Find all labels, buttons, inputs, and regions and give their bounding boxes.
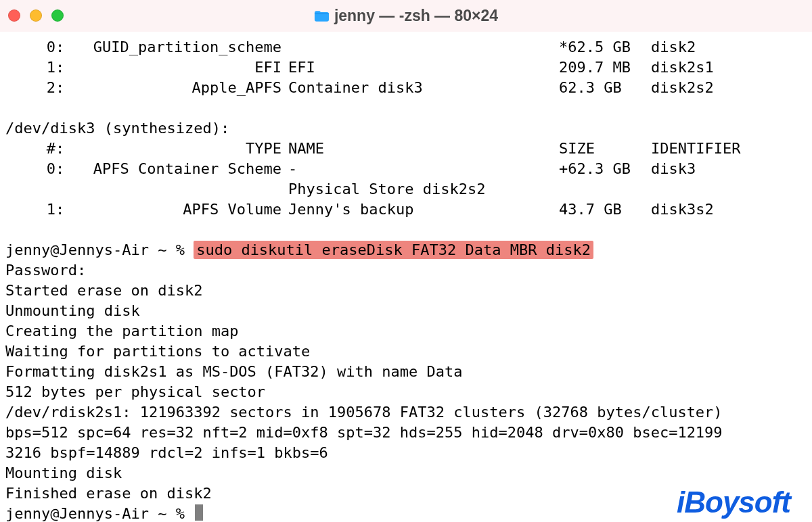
cell-idx: 0 — [5, 37, 55, 57]
cell-id: disk3 — [651, 159, 696, 179]
table-header-row: #: TYPE NAME SIZE IDENTIFIER — [5, 139, 807, 159]
table-row: 1:APFS VolumeJenny's backup43.7 GBdisk3s… — [5, 199, 807, 220]
folder-icon — [314, 10, 329, 22]
output-line: Formatting disk2s1 as MS-DOS (FAT32) wit… — [5, 362, 807, 382]
window-titlebar: jenny — -zsh — 80×24 — [0, 0, 812, 32]
window-title-text: jenny — -zsh — 80×24 — [334, 5, 498, 26]
output-line: Password: — [5, 260, 807, 281]
cell-size: +62.3 GB — [559, 159, 651, 179]
cell-size: 62.3 GB — [559, 78, 651, 98]
cell-id: disk2s1 — [651, 57, 714, 78]
table-row: 2:Apple_APFSContainer disk362.3 GBdisk2s… — [5, 78, 807, 98]
cell-type: APFS Container Scheme — [65, 159, 288, 179]
cell-colon: : — [55, 78, 65, 98]
disk3-header: /dev/disk3 (synthesized): — [5, 118, 807, 139]
output-line: 3216 bspf=14889 rdcl=2 infs=1 bkbs=6 — [5, 443, 807, 463]
cell-idx: 1 — [5, 57, 55, 78]
cell-colon — [55, 179, 65, 199]
cell-type: APFS Volume — [65, 199, 288, 220]
highlighted-command: sudo diskutil eraseDisk FAT32 Data MBR d… — [194, 241, 593, 259]
cell-name: Container disk3 — [288, 78, 559, 98]
output-line: Creating the partition map — [5, 321, 807, 341]
cell-name: EFI — [288, 57, 559, 78]
cell-idx: 2 — [5, 78, 55, 98]
table-row: Physical Store disk2s2 — [5, 179, 807, 199]
terminal-area[interactable]: 0:GUID_partition_scheme*62.5 GBdisk21:EF… — [0, 32, 812, 522]
cell-name: - — [288, 159, 559, 179]
cell-id: disk2 — [651, 37, 696, 57]
blank-line — [5, 98, 807, 118]
cell-colon: : — [55, 57, 65, 78]
window-title: jenny — -zsh — 80×24 — [0, 5, 812, 26]
cell-colon: : — [55, 159, 65, 179]
col-id: IDENTIFIER — [651, 139, 740, 159]
output-line: Started erase on disk2 — [5, 281, 807, 301]
cell-idx — [5, 179, 55, 199]
maximize-button[interactable] — [51, 9, 64, 22]
output-line: /dev/rdisk2s1: 121963392 sectors in 1905… — [5, 402, 807, 423]
cell-name — [288, 37, 559, 57]
col-type: TYPE — [65, 139, 288, 159]
col-size: SIZE — [559, 139, 651, 159]
cell-name: Physical Store disk2s2 — [288, 179, 559, 199]
cell-colon: : — [55, 199, 65, 220]
prompt: jenny@Jennys-Air ~ % — [5, 505, 194, 522]
col-num: # — [5, 139, 55, 159]
col-name: NAME — [288, 139, 559, 159]
cell-type: Apple_APFS — [65, 78, 288, 98]
output-line: bps=512 spc=64 res=32 nft=2 mid=0xf8 spt… — [5, 423, 807, 443]
command-line: jenny@Jennys-Air ~ % sudo diskutil erase… — [5, 240, 807, 260]
cell-name: Jenny's backup — [288, 199, 559, 220]
cell-type — [65, 179, 288, 199]
table-row: 1:EFIEFI209.7 MBdisk2s1 — [5, 57, 807, 78]
cell-id: disk2s2 — [651, 78, 714, 98]
prompt: jenny@Jennys-Air ~ % — [5, 241, 194, 258]
cell-type: EFI — [65, 57, 288, 78]
cell-size: *62.5 GB — [559, 37, 651, 57]
minimize-button[interactable] — [30, 9, 42, 22]
output-line: Unmounting disk — [5, 301, 807, 321]
blank-line — [5, 220, 807, 240]
cell-id: disk3s2 — [651, 199, 714, 220]
output-line: Waiting for partitions to activate — [5, 341, 807, 362]
cell-size: 43.7 GB — [559, 199, 651, 220]
cell-type: GUID_partition_scheme — [65, 37, 288, 57]
table-row: 0:APFS Container Scheme-+62.3 GBdisk3 — [5, 159, 807, 179]
watermark-logo: iBoysoft — [677, 492, 790, 513]
table-row: 0:GUID_partition_scheme*62.5 GBdisk2 — [5, 37, 807, 57]
cell-idx: 0 — [5, 159, 55, 179]
output-line: 512 bytes per physical sector — [5, 382, 807, 402]
close-button[interactable] — [8, 9, 20, 22]
cell-size: 209.7 MB — [559, 57, 651, 78]
cell-idx: 1 — [5, 199, 55, 220]
window-controls — [8, 9, 64, 22]
cursor-icon — [195, 504, 203, 521]
cell-colon: : — [55, 37, 65, 57]
cell-size — [559, 179, 651, 199]
output-line: Mounting disk — [5, 463, 807, 483]
